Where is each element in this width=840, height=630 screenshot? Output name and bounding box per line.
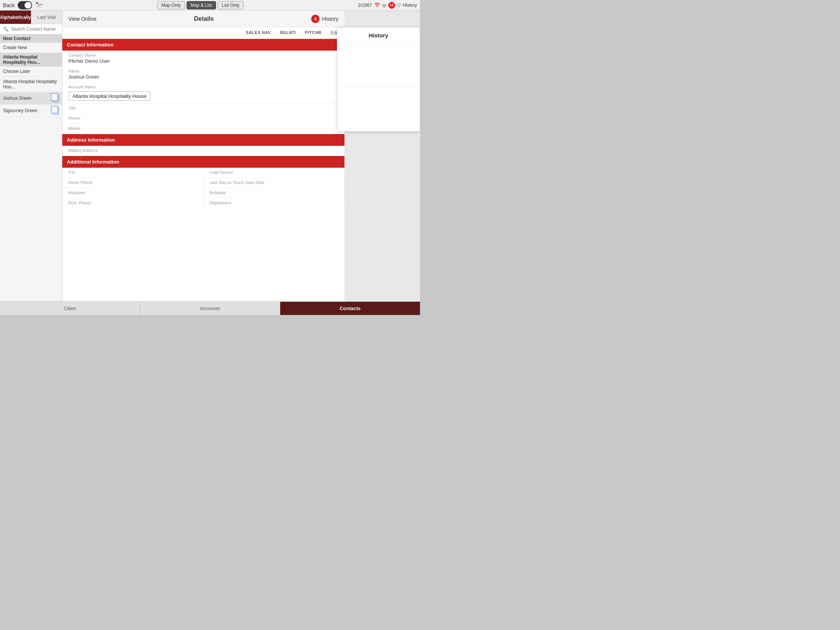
pitchb-label: PITCHB [305,30,321,35]
sidebar-item-joshua-green[interactable]: Joshua Green [0,92,62,105]
sidebar-item-sigourney-green[interactable]: Sigourney Green [0,105,62,117]
field-last-stay-in-touch: Last Stay-in-Touch Save Date [204,178,345,188]
details-title: Details [194,16,214,22]
history-row-1 [337,46,420,60]
sidebar-item-atlanta-2[interactable]: Atlanta Hospital Hospitality Hou... [0,77,62,92]
history-panel-body [337,43,420,131]
details-content: SALES NAV RELATI PITCHB Edit Contact Inf… [62,27,344,302]
map-only-button[interactable]: Map Only [157,1,185,9]
bottom-tab-bar: Cities Accounts Contacts [0,302,420,315]
field-mobile: Mobile [62,124,344,134]
sales-nav-label: SALES NAV [246,30,271,35]
relati-label: RELATI [280,30,296,35]
sort-tabs: Alphabetically Last Visit [0,11,62,24]
sidebar-item-choose-later[interactable]: Choose Later [0,66,62,77]
map-and-list-button[interactable]: Map & List [186,1,216,9]
history-panel-title: History [337,28,420,43]
page-info: 2/1987 [358,3,372,8]
search-icon: 🔍 [3,27,9,32]
field-birthdate: Birthdate [204,188,345,198]
field-fax: Fax [62,168,204,178]
main-layout: Alphabetically Last Visit 🔍 New Contact … [0,11,420,302]
sort-tab-last-visit[interactable]: Last Visit [31,11,62,24]
search-bar: 🔍 [0,24,62,35]
status-bar: Back 🔭 Map Only Map & List List Only 2/1… [0,0,420,11]
sidebar: Alphabetically Last Visit 🔍 New Contact … [0,11,62,302]
history-row-2 [337,60,420,74]
tab-accounts[interactable]: Accounts [140,302,280,315]
field-title: Title [62,104,344,114]
field-contact-owner: Contact Owner Pitcher Demo User [62,51,344,66]
sort-tab-alphabetically[interactable]: Alphabetically [0,11,31,24]
details-panel: View Online Details 6 History SALES NAV … [62,11,344,302]
back-button[interactable]: Back [3,2,15,8]
tab-cities[interactable]: Cities [0,302,140,315]
view-online-button[interactable]: View Online [68,16,96,22]
history-row-3 [337,74,420,87]
details-history-label: History [322,16,338,22]
field-department: Department [204,198,345,208]
field-account-name: Account Name Atlanta Hospital Hospitalit… [62,82,344,104]
additional-fields: Fax Lead Source Home Phone Last Stay-in-… [62,168,344,208]
section-address-info: Address Information [62,134,344,146]
tab-contacts[interactable]: Contacts [280,302,420,315]
field-name: Name Joshua Green [62,66,344,82]
copy-icon-sigourney[interactable] [52,107,59,114]
details-top-labels: SALES NAV RELATI PITCHB Edit [62,27,344,39]
toggle-switch[interactable] [18,1,32,9]
history-row-5 [337,101,420,114]
history-row-4 [337,87,420,101]
sidebar-section-atlanta: Atlanta Hospital Hospitality Hou... [0,53,62,66]
sidebar-item-create-new[interactable]: Create New [0,43,62,53]
status-right: 2/1987 📅 ◎ 16 ▽ History [358,2,417,9]
list-only-button[interactable]: List Only [218,1,244,9]
field-mailing-address: Mailing Address [62,146,344,156]
details-history-button[interactable]: 6 History [311,15,338,23]
history-panel: History [337,27,420,131]
main-panel: View Online Details 6 History SALES NAV … [62,11,420,302]
account-name-chip[interactable]: Atlanta Hospital Hospitality House [68,92,151,101]
sidebar-section-new-contact: New Contact [0,35,62,43]
field-phone: Phone [62,114,344,124]
map-options: Map Only Map & List List Only [157,1,244,9]
field-home-phone: Home Phone [62,178,204,188]
location-icon: ◎ [382,3,386,8]
field-assistant: Assistant [62,188,204,198]
section-additional-info: Additional Information [62,156,344,168]
details-header: View Online Details 6 History [62,11,344,27]
section-contact-info: Contact Information [62,39,344,51]
history-status-label: History [403,3,417,8]
binoculars-icon: 🔭 [35,2,43,9]
field-asst-phone: Asst. Phone [62,198,204,208]
copy-icon-joshua[interactable] [52,95,59,102]
calendar-icon: 📅 [374,3,380,8]
search-input[interactable] [11,27,59,32]
field-lead-source: Lead Source [204,168,345,178]
wifi-icon: ▽ [397,3,401,8]
history-row-6 [337,114,420,128]
notification-badge[interactable]: 16 [388,2,395,9]
